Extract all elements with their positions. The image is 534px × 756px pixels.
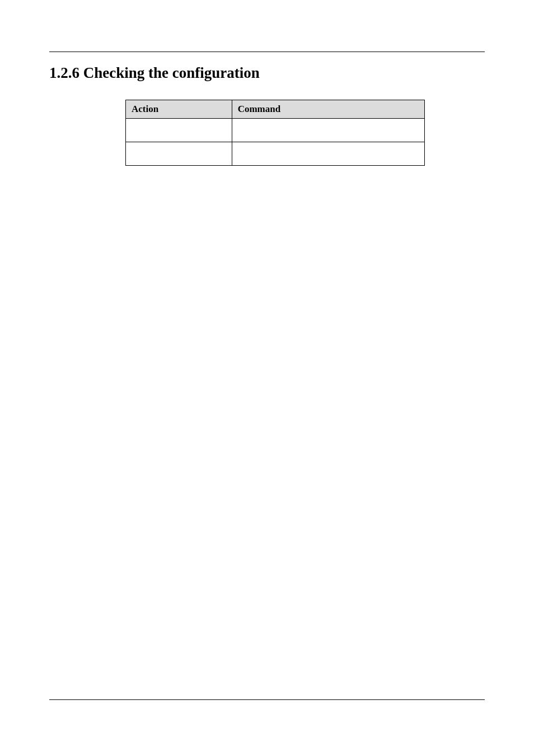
config-table: Action Command bbox=[125, 100, 425, 166]
table-header-command: Command bbox=[232, 100, 424, 119]
table-cell-action bbox=[126, 142, 232, 166]
bottom-horizontal-rule bbox=[49, 699, 485, 700]
document-page: 1.2.6 Checking the configuration Action … bbox=[0, 0, 534, 756]
table-header-action: Action bbox=[126, 100, 232, 119]
top-horizontal-rule bbox=[49, 52, 485, 52]
table-cell-command bbox=[232, 142, 424, 166]
table-row bbox=[126, 119, 425, 142]
table-container: Action Command bbox=[125, 100, 485, 166]
table-row bbox=[126, 142, 425, 166]
table-cell-command bbox=[232, 119, 424, 142]
section-heading: 1.2.6 Checking the configuration bbox=[49, 64, 485, 82]
table-cell-action bbox=[126, 119, 232, 142]
table-header-row: Action Command bbox=[126, 100, 425, 119]
